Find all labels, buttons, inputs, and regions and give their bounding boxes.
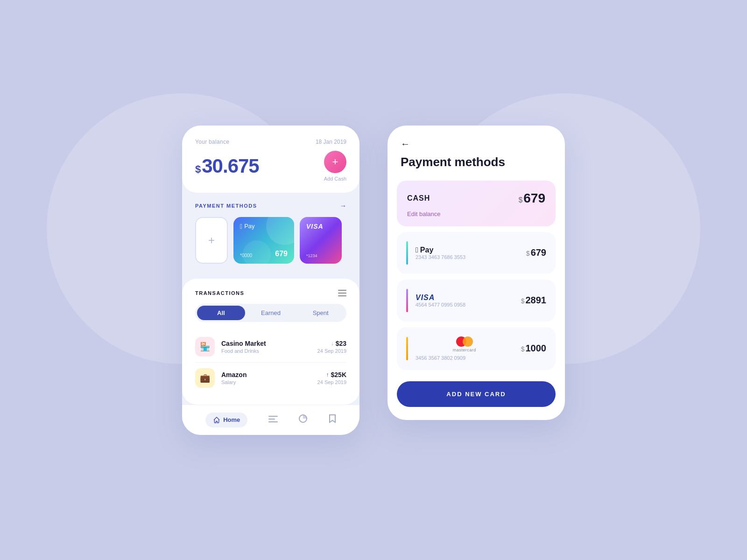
edit-balance-link[interactable]: Edit balance <box>407 210 441 217</box>
hamburger-line-1 <box>338 290 346 291</box>
nav-menu-icon[interactable] <box>268 415 278 425</box>
visa-card[interactable]: VISA *1234 <box>300 217 342 264</box>
applepay-card-logo:  Pay <box>416 246 519 254</box>
applepay-card-number: *0000 <box>240 253 252 258</box>
mastercard-amount: $ 1000 <box>521 343 546 354</box>
mastercard-card-info: mastercard 3456 3567 3802 0909 <box>416 336 514 361</box>
transaction-amazon: 💼 Amazon Salary ↑ $25K 24 Sep 2019 <box>195 363 346 393</box>
tab-all[interactable]: All <box>197 306 245 320</box>
amazon-amount: ↑ $25K <box>317 371 346 378</box>
mastercard-amount-dollar: $ <box>521 345 525 353</box>
apple-pay-apple-icon:  <box>416 246 418 254</box>
right-header: ← Payment methods <box>388 126 565 177</box>
svg-rect-1 <box>268 419 275 420</box>
visa-number: 4564 5477 0995 0958 <box>416 302 514 308</box>
cash-card[interactable]: CASH $ 679 Edit balance <box>397 181 556 226</box>
arrow-down-icon: ↓ <box>331 340 334 347</box>
amazon-info: Amazon Salary <box>221 371 311 385</box>
casino-category: Food and Drinks <box>221 348 311 354</box>
home-icon <box>213 416 220 424</box>
mastercard-payment-item[interactable]: mastercard 3456 3567 3802 0909 $ 1000 <box>397 327 556 370</box>
applepay-amount-dollar: $ <box>526 250 530 257</box>
transactions-header: TRANSACTIONS <box>195 290 346 296</box>
cash-top-row: CASH $ 679 <box>407 191 545 206</box>
nav-home-button[interactable]: Home <box>205 413 247 427</box>
casino-amount-col: ↓ $23 24 Sep 2019 <box>317 340 346 354</box>
mastercard-amount-value: 1000 <box>526 343 547 354</box>
amazon-name: Amazon <box>221 371 311 378</box>
visa-color-bar <box>406 289 408 312</box>
visa-payment-item[interactable]: VISA 4564 5477 0995 0958 $ 2891 <box>397 280 556 322</box>
payment-methods-header: PAYMENT METHODS → <box>195 202 346 210</box>
mastercard-color-bar <box>406 337 408 360</box>
casino-info: Casino Market Food and Drinks <box>221 340 311 354</box>
visa-card-info: VISA 4564 5477 0995 0958 <box>416 294 514 308</box>
applepay-amount-value: 679 <box>531 247 546 258</box>
applepay-amount: $ 679 <box>526 247 546 258</box>
visa-card-bottom: *1234 <box>306 253 335 258</box>
phone-right: ← Payment methods CASH $ 679 Edit balanc… <box>388 126 565 420</box>
applepay-logo:  Pay <box>240 223 288 230</box>
add-new-card-button[interactable]: ADD NEW CARD <box>397 381 556 407</box>
cash-amount: $ 679 <box>518 191 545 206</box>
casino-name: Casino Market <box>221 340 311 347</box>
visa-card-number: *1234 <box>306 253 317 258</box>
page-title: Payment methods <box>401 155 552 169</box>
applepay-color-bar <box>406 241 408 265</box>
add-card-button[interactable]: + <box>195 217 228 264</box>
visa-amount-dollar: $ <box>521 297 525 305</box>
tab-earned[interactable]: Earned <box>247 306 295 320</box>
mc-circle-yellow <box>463 336 473 347</box>
applepay-card-info:  Pay 2343 3463 7686 3553 <box>416 246 519 260</box>
phone-left: Your balance 18 Jan 2019 $ 30.675 + Add … <box>182 126 359 435</box>
casino-amount: ↓ $23 <box>317 340 346 347</box>
back-arrow-icon[interactable]: ← <box>401 139 552 149</box>
arrow-up-icon: ↑ <box>326 371 329 378</box>
visa-card-logo: VISA <box>416 294 514 302</box>
visa-logo: VISA <box>306 223 335 230</box>
applepay-brand: Pay <box>420 246 433 254</box>
filter-tabs: All Earned Spent <box>195 304 346 322</box>
amazon-date: 24 Sep 2019 <box>317 379 346 385</box>
payment-methods-section: PAYMENT METHODS → +  Pay *0000 679 VISA <box>182 193 359 273</box>
bottom-nav: Home <box>182 405 359 435</box>
hamburger-icon[interactable] <box>338 290 346 296</box>
hamburger-line-3 <box>338 295 346 296</box>
mastercard-logo: mastercard <box>416 336 514 352</box>
visa-amount-value: 2891 <box>526 295 547 306</box>
amazon-icon: 💼 <box>195 368 215 388</box>
applepay-card-bottom: *0000 679 <box>240 250 288 258</box>
visa-amount: $ 2891 <box>521 295 546 306</box>
balance-amount-row: $ 30.675 + Add Cash <box>195 151 346 182</box>
cards-row: +  Pay *0000 679 VISA *1234 <box>195 217 346 273</box>
cash-dollar-sign: $ <box>518 196 522 204</box>
applepay-number: 2343 3463 7686 3553 <box>416 254 519 260</box>
nav-bookmark-icon[interactable] <box>329 414 336 426</box>
applepay-card-balance: 679 <box>275 250 288 258</box>
mastercard-circles <box>456 336 473 347</box>
cash-amount-value: 679 <box>523 191 545 206</box>
payment-methods-arrow-icon[interactable]: → <box>340 202 346 210</box>
balance-dollar-sign: $ <box>195 163 201 175</box>
payment-cards-list: CASH $ 679 Edit balance  Pay 2343 3463 … <box>388 177 565 374</box>
casino-icon: 🏪 <box>195 337 215 357</box>
amazon-category: Salary <box>221 379 311 385</box>
transactions-section: TRANSACTIONS All Earned Spent 🏪 Casino M… <box>182 279 359 405</box>
add-cash-button[interactable]: + Add Cash <box>324 151 346 182</box>
balance-label: Your balance <box>195 139 229 145</box>
applepay-payment-item[interactable]:  Pay 2343 3463 7686 3553 $ 679 <box>397 232 556 274</box>
transaction-casino: 🏪 Casino Market Food and Drinks ↓ $23 24… <box>195 331 346 363</box>
balance-section: Your balance 18 Jan 2019 $ 30.675 + Add … <box>182 126 359 193</box>
apple-icon:  <box>240 223 242 230</box>
applepay-card[interactable]:  Pay *0000 679 <box>233 217 294 264</box>
nav-chart-icon[interactable] <box>298 414 308 426</box>
transactions-title: TRANSACTIONS <box>195 290 244 296</box>
balance-amount: $ 30.675 <box>195 155 259 177</box>
cash-label: CASH <box>407 194 430 203</box>
add-cash-label: Add Cash <box>324 176 346 182</box>
screens-wrapper: Your balance 18 Jan 2019 $ 30.675 + Add … <box>182 126 565 435</box>
balance-number: 30.675 <box>202 155 259 177</box>
mastercard-text: mastercard <box>453 348 476 352</box>
balance-date: 18 Jan 2019 <box>316 139 346 145</box>
tab-spent[interactable]: Spent <box>296 306 345 320</box>
